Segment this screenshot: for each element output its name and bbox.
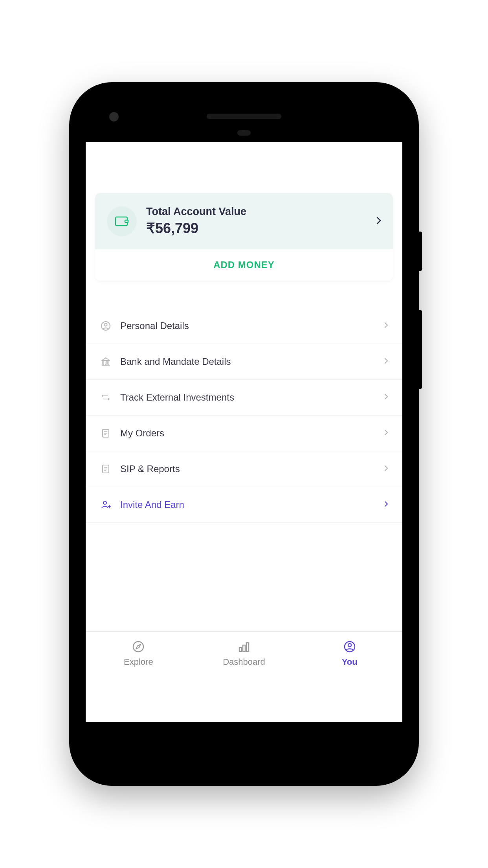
- account-text: Total Account Value ₹56,799: [146, 206, 367, 237]
- phone-frame: Total Account Value ₹56,799 ADD MONEY: [69, 82, 419, 786]
- nav-label: You: [342, 657, 358, 667]
- side-button: [419, 232, 422, 271]
- nav-label: Dashboard: [223, 657, 265, 667]
- chevron-right-icon: [384, 358, 388, 366]
- svg-rect-4: [103, 361, 104, 364]
- menu-label: Track External Investments: [120, 392, 376, 403]
- person-icon: [100, 320, 112, 332]
- chevron-right-icon: [384, 429, 388, 437]
- menu-bank-details[interactable]: Bank and Mandate Details: [86, 344, 402, 380]
- document-icon: [100, 427, 112, 439]
- bottom-nav: Explore Dashboard You: [86, 631, 402, 675]
- add-money-label: ADD MONEY: [213, 259, 275, 270]
- chevron-right-icon: [376, 217, 381, 226]
- menu-label: My Orders: [120, 428, 376, 439]
- svg-point-19: [133, 642, 143, 652]
- person-circle-icon: [343, 640, 357, 654]
- bank-icon: [100, 356, 112, 368]
- sensor: [237, 130, 251, 136]
- nav-you[interactable]: You: [297, 632, 402, 675]
- account-card: Total Account Value ₹56,799 ADD MONEY: [95, 193, 393, 281]
- svg-rect-5: [105, 361, 106, 364]
- menu-sip-reports[interactable]: SIP & Reports: [86, 451, 402, 487]
- wallet-icon: [107, 206, 137, 236]
- side-button: [419, 310, 422, 389]
- svg-point-3: [105, 324, 107, 326]
- menu-invite-earn[interactable]: Invite And Earn: [86, 487, 402, 523]
- arrows-icon: [100, 392, 112, 403]
- account-label: Total Account Value: [146, 206, 367, 218]
- svg-point-24: [348, 644, 351, 647]
- menu-list: Personal Details Bank and Mandate Detail…: [86, 308, 402, 523]
- svg-point-16: [103, 501, 106, 504]
- document-icon: [100, 463, 112, 475]
- screen: Total Account Value ₹56,799 ADD MONEY: [86, 142, 402, 722]
- menu-label: Personal Details: [120, 320, 376, 331]
- menu-personal-details[interactable]: Personal Details: [86, 308, 402, 344]
- bottom-space: [86, 675, 402, 722]
- account-value: ₹56,799: [146, 220, 367, 237]
- add-money-button[interactable]: ADD MONEY: [95, 249, 393, 281]
- content-area: Total Account Value ₹56,799 ADD MONEY: [86, 142, 402, 631]
- svg-rect-21: [243, 645, 245, 651]
- camera-dot: [109, 112, 119, 121]
- earpiece: [207, 114, 281, 119]
- nav-explore[interactable]: Explore: [86, 632, 191, 675]
- menu-track-investments[interactable]: Track External Investments: [86, 380, 402, 416]
- menu-label: Invite And Earn: [120, 499, 376, 510]
- chevron-right-icon: [384, 394, 388, 401]
- svg-rect-1: [125, 220, 128, 223]
- svg-rect-6: [108, 361, 109, 364]
- chevron-right-icon: [384, 322, 388, 330]
- svg-rect-22: [246, 643, 249, 651]
- nav-label: Explore: [124, 657, 153, 667]
- menu-label: Bank and Mandate Details: [120, 356, 376, 367]
- person-add-icon: [100, 499, 112, 511]
- phone-inner: Total Account Value ₹56,799 ADD MONEY: [78, 91, 410, 777]
- compass-icon: [131, 640, 145, 654]
- nav-dashboard[interactable]: Dashboard: [191, 632, 297, 675]
- svg-rect-20: [239, 647, 242, 651]
- menu-my-orders[interactable]: My Orders: [86, 416, 402, 451]
- menu-label: SIP & Reports: [120, 463, 376, 474]
- bars-icon: [237, 640, 251, 654]
- chevron-right-icon: [384, 465, 388, 473]
- account-summary[interactable]: Total Account Value ₹56,799: [95, 193, 393, 249]
- chevron-right-icon: [384, 501, 388, 509]
